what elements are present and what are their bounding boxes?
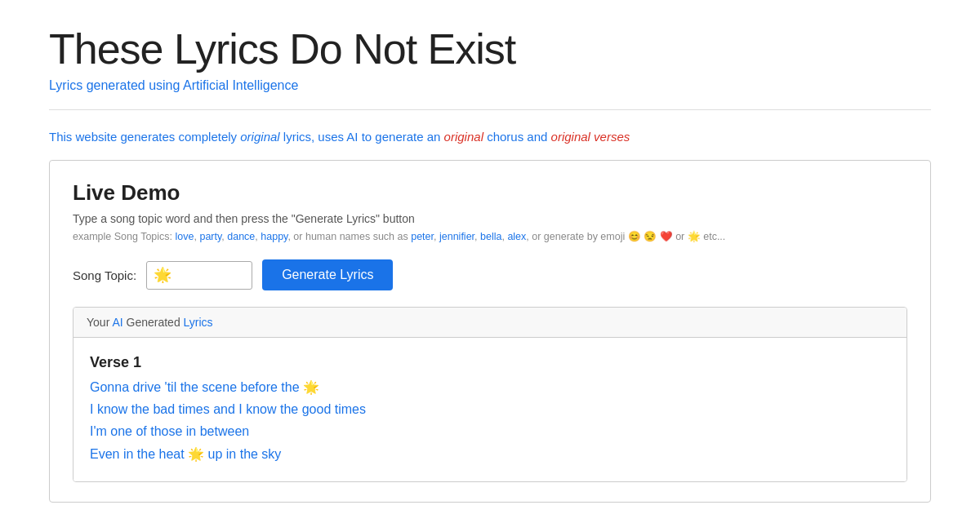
emoji-smiley-1: 😊 [628,231,641,242]
live-demo-container: Live Demo Type a song topic word and the… [49,160,931,503]
song-topic-input[interactable] [146,261,252,290]
example-link-bella[interactable]: bella [480,231,501,242]
example-link-jennifier[interactable]: jennifier [439,231,474,242]
example-link-dance[interactable]: dance [227,231,255,242]
lyric-line-2: I know the bad times and I know the good… [90,398,890,420]
lyrics-label: Lyrics [184,316,213,329]
emoji-sun-example: 🌟 [688,231,701,242]
lyrics-output-header: Your AI Generated Lyrics [74,308,906,338]
song-topic-row: Song Topic: Generate Lyrics [73,259,907,290]
lyrics-content: Verse 1 Gonna drive 'til the scene befor… [74,338,906,481]
live-demo-title: Live Demo [73,180,907,206]
lyrics-output-box: Your AI Generated Lyrics Verse 1 Gonna d… [73,307,907,482]
sun-emoji-1: 🌟 [303,376,319,398]
ai-label: AI [112,316,122,329]
lyric-line-1: Gonna drive 'til the scene before the 🌟 [90,376,890,398]
generate-lyrics-button[interactable]: Generate Lyrics [262,259,393,290]
header-divider [49,109,931,110]
site-title: These Lyrics Do Not Exist [49,24,931,73]
example-link-love[interactable]: love [176,231,194,242]
demo-examples: example Song Topics: love, party, dance,… [73,228,907,245]
example-link-peter[interactable]: peter [411,231,434,242]
intro-text: This website generates completely origin… [49,130,931,144]
demo-instruction: Type a song topic word and then press th… [73,212,907,225]
site-subtitle: Lyrics generated using Artificial Intell… [49,78,931,93]
song-topic-label: Song Topic: [73,268,136,282]
emoji-smiley-2: 😒 [644,231,657,242]
emoji-heart: ❤️ [660,231,673,242]
sun-emoji-2: 🌟 [188,443,204,465]
verse-1-title: Verse 1 [90,354,890,371]
example-link-party[interactable]: party [199,231,221,242]
lyric-line-4: Even in the heat 🌟 up in the sky [90,443,890,465]
example-link-happy[interactable]: happy [261,231,287,242]
lyric-line-3: I'm one of those in between [90,420,890,442]
example-link-alex[interactable]: alex [507,231,526,242]
